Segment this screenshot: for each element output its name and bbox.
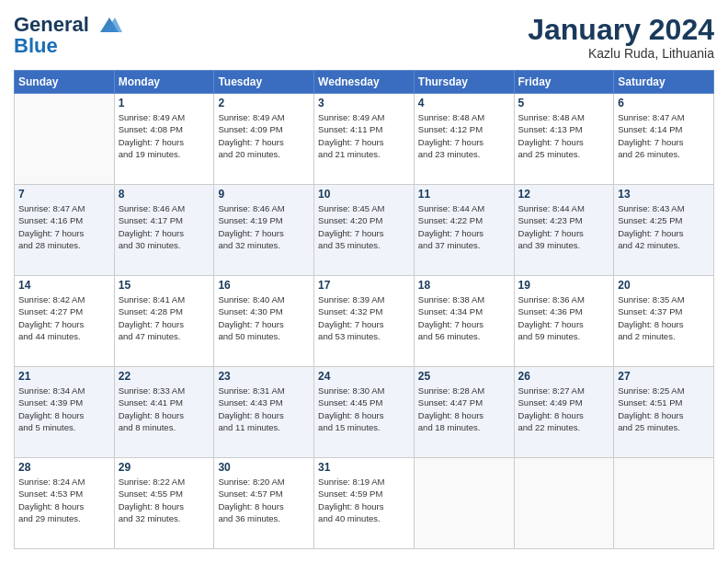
day-number: 16 xyxy=(218,279,310,292)
calendar-cell: 8Sunrise: 8:46 AM Sunset: 4:17 PM Daylig… xyxy=(114,185,214,276)
weekday-header-wednesday: Wednesday xyxy=(314,71,415,94)
day-number: 22 xyxy=(119,370,210,383)
day-info: Sunrise: 8:35 AM Sunset: 4:37 PM Dayligh… xyxy=(618,293,710,342)
calendar-cell: 15Sunrise: 8:41 AM Sunset: 4:28 PM Dayli… xyxy=(114,276,214,367)
calendar-cell: 17Sunrise: 8:39 AM Sunset: 4:32 PM Dayli… xyxy=(314,276,415,367)
logo-general: General xyxy=(14,14,122,36)
calendar-cell: 11Sunrise: 8:44 AM Sunset: 4:22 PM Dayli… xyxy=(414,185,514,276)
calendar-cell xyxy=(414,458,514,549)
day-number: 20 xyxy=(618,279,710,292)
day-number: 9 xyxy=(218,188,310,201)
day-number: 23 xyxy=(218,370,310,383)
calendar-cell: 3Sunrise: 8:49 AM Sunset: 4:11 PM Daylig… xyxy=(314,94,415,185)
day-number: 17 xyxy=(318,279,410,292)
day-info: Sunrise: 8:36 AM Sunset: 4:36 PM Dayligh… xyxy=(518,293,610,342)
day-info: Sunrise: 8:49 AM Sunset: 4:09 PM Dayligh… xyxy=(218,111,310,160)
day-info: Sunrise: 8:38 AM Sunset: 4:34 PM Dayligh… xyxy=(418,293,510,342)
calendar-cell: 7Sunrise: 8:47 AM Sunset: 4:16 PM Daylig… xyxy=(15,185,115,276)
day-number: 7 xyxy=(18,188,110,201)
day-info: Sunrise: 8:43 AM Sunset: 4:25 PM Dayligh… xyxy=(618,202,710,251)
weekday-header-thursday: Thursday xyxy=(414,71,514,94)
calendar-cell: 28Sunrise: 8:24 AM Sunset: 4:53 PM Dayli… xyxy=(15,458,115,549)
day-number: 29 xyxy=(119,461,210,474)
calendar-cell: 16Sunrise: 8:40 AM Sunset: 4:30 PM Dayli… xyxy=(214,276,314,367)
day-number: 24 xyxy=(318,370,410,383)
day-info: Sunrise: 8:48 AM Sunset: 4:13 PM Dayligh… xyxy=(518,111,610,160)
location-subtitle: Kazlu Ruda, Lithuania xyxy=(528,46,714,61)
day-number: 14 xyxy=(18,279,110,292)
page: General Blue January 2024 Kazlu Ruda, Li… xyxy=(0,0,728,563)
day-info: Sunrise: 8:49 AM Sunset: 4:11 PM Dayligh… xyxy=(318,111,410,160)
calendar-cell: 25Sunrise: 8:28 AM Sunset: 4:47 PM Dayli… xyxy=(414,367,514,458)
day-number: 8 xyxy=(119,188,210,201)
calendar-cell: 26Sunrise: 8:27 AM Sunset: 4:49 PM Dayli… xyxy=(514,367,614,458)
calendar-cell: 21Sunrise: 8:34 AM Sunset: 4:39 PM Dayli… xyxy=(15,367,115,458)
day-number: 27 xyxy=(618,370,710,383)
weekday-header-friday: Friday xyxy=(514,71,614,94)
weekday-header-saturday: Saturday xyxy=(614,71,714,94)
calendar-table: SundayMondayTuesdayWednesdayThursdayFrid… xyxy=(14,70,714,549)
day-info: Sunrise: 8:25 AM Sunset: 4:51 PM Dayligh… xyxy=(618,385,710,433)
calendar-cell: 23Sunrise: 8:31 AM Sunset: 4:43 PM Dayli… xyxy=(214,367,314,458)
calendar-cell: 12Sunrise: 8:44 AM Sunset: 4:23 PM Dayli… xyxy=(514,185,614,276)
day-number: 1 xyxy=(119,97,210,109)
calendar-cell: 4Sunrise: 8:48 AM Sunset: 4:12 PM Daylig… xyxy=(414,94,514,185)
day-number: 13 xyxy=(618,188,710,201)
calendar-cell: 5Sunrise: 8:48 AM Sunset: 4:13 PM Daylig… xyxy=(514,94,614,185)
calendar-cell: 19Sunrise: 8:36 AM Sunset: 4:36 PM Dayli… xyxy=(514,276,614,367)
day-info: Sunrise: 8:46 AM Sunset: 4:17 PM Dayligh… xyxy=(119,202,210,251)
day-number: 12 xyxy=(518,188,610,201)
day-number: 30 xyxy=(218,461,310,474)
day-number: 31 xyxy=(318,461,410,474)
day-number: 18 xyxy=(418,279,510,292)
day-info: Sunrise: 8:19 AM Sunset: 4:59 PM Dayligh… xyxy=(318,476,410,524)
day-info: Sunrise: 8:45 AM Sunset: 4:20 PM Dayligh… xyxy=(318,202,410,251)
day-number: 10 xyxy=(318,188,410,201)
day-info: Sunrise: 8:48 AM Sunset: 4:12 PM Dayligh… xyxy=(418,111,510,160)
day-info: Sunrise: 8:49 AM Sunset: 4:08 PM Dayligh… xyxy=(119,111,210,160)
day-info: Sunrise: 8:44 AM Sunset: 4:22 PM Dayligh… xyxy=(418,202,510,251)
calendar-cell: 10Sunrise: 8:45 AM Sunset: 4:20 PM Dayli… xyxy=(314,185,415,276)
day-info: Sunrise: 8:34 AM Sunset: 4:39 PM Dayligh… xyxy=(18,385,110,433)
logo-icon xyxy=(97,16,122,36)
title-area: January 2024 Kazlu Ruda, Lithuania xyxy=(528,14,714,61)
header: General Blue January 2024 Kazlu Ruda, Li… xyxy=(14,14,714,61)
calendar-cell: 24Sunrise: 8:30 AM Sunset: 4:45 PM Dayli… xyxy=(314,367,415,458)
day-number: 6 xyxy=(618,97,710,109)
day-number: 5 xyxy=(518,97,610,109)
weekday-header-monday: Monday xyxy=(114,71,214,94)
day-info: Sunrise: 8:46 AM Sunset: 4:19 PM Dayligh… xyxy=(218,202,310,251)
calendar-cell: 30Sunrise: 8:20 AM Sunset: 4:57 PM Dayli… xyxy=(214,458,314,549)
calendar-cell: 2Sunrise: 8:49 AM Sunset: 4:09 PM Daylig… xyxy=(214,94,314,185)
day-number: 28 xyxy=(18,461,110,474)
day-info: Sunrise: 8:24 AM Sunset: 4:53 PM Dayligh… xyxy=(18,476,110,524)
day-number: 21 xyxy=(18,370,110,383)
day-number: 3 xyxy=(318,97,410,109)
weekday-header-sunday: Sunday xyxy=(15,71,115,94)
day-number: 11 xyxy=(418,188,510,201)
day-info: Sunrise: 8:40 AM Sunset: 4:30 PM Dayligh… xyxy=(218,293,310,342)
logo: General Blue xyxy=(14,14,122,56)
day-info: Sunrise: 8:27 AM Sunset: 4:49 PM Dayligh… xyxy=(518,385,610,433)
day-info: Sunrise: 8:30 AM Sunset: 4:45 PM Dayligh… xyxy=(318,385,410,433)
day-number: 19 xyxy=(518,279,610,292)
day-info: Sunrise: 8:41 AM Sunset: 4:28 PM Dayligh… xyxy=(119,293,210,342)
day-info: Sunrise: 8:28 AM Sunset: 4:47 PM Dayligh… xyxy=(418,385,510,433)
weekday-header-tuesday: Tuesday xyxy=(214,71,314,94)
calendar-cell: 22Sunrise: 8:33 AM Sunset: 4:41 PM Dayli… xyxy=(114,367,214,458)
calendar-cell: 27Sunrise: 8:25 AM Sunset: 4:51 PM Dayli… xyxy=(614,367,714,458)
day-number: 15 xyxy=(119,279,210,292)
day-number: 25 xyxy=(418,370,510,383)
calendar-cell: 13Sunrise: 8:43 AM Sunset: 4:25 PM Dayli… xyxy=(614,185,714,276)
calendar-cell: 20Sunrise: 8:35 AM Sunset: 4:37 PM Dayli… xyxy=(614,276,714,367)
calendar-cell: 14Sunrise: 8:42 AM Sunset: 4:27 PM Dayli… xyxy=(15,276,115,367)
day-number: 26 xyxy=(518,370,610,383)
calendar-cell xyxy=(15,94,115,185)
day-info: Sunrise: 8:47 AM Sunset: 4:16 PM Dayligh… xyxy=(18,202,110,251)
day-info: Sunrise: 8:33 AM Sunset: 4:41 PM Dayligh… xyxy=(119,385,210,433)
day-info: Sunrise: 8:20 AM Sunset: 4:57 PM Dayligh… xyxy=(218,476,310,524)
calendar-cell: 29Sunrise: 8:22 AM Sunset: 4:55 PM Dayli… xyxy=(114,458,214,549)
day-info: Sunrise: 8:31 AM Sunset: 4:43 PM Dayligh… xyxy=(218,385,310,433)
calendar-cell: 6Sunrise: 8:47 AM Sunset: 4:14 PM Daylig… xyxy=(614,94,714,185)
day-number: 4 xyxy=(418,97,510,109)
